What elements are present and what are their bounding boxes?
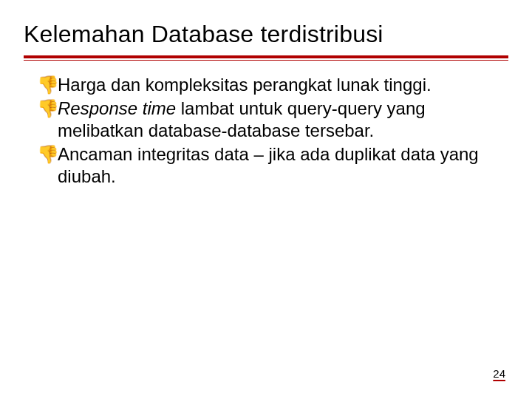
title-rule [0, 55, 532, 61]
slide-title: Kelemahan Database terdistribusi [24, 21, 508, 48]
rule-thick [24, 55, 508, 58]
bullet-item: 👎 Harga dan kompleksitas perangkat lunak… [37, 74, 495, 96]
bullet-item: 👎 Response time lambat untuk query-query… [37, 98, 495, 142]
slide: Kelemahan Database terdistribusi 👎 Harga… [0, 0, 532, 399]
thumbs-down-icon: 👎 [37, 98, 58, 120]
body-area: 👎 Harga dan kompleksitas perangkat lunak… [0, 61, 532, 188]
bullet-text: Ancaman integritas data – jika ada dupli… [58, 143, 495, 188]
thumbs-down-icon: 👎 [37, 143, 58, 166]
bullet-text: Harga dan kompleksitas perangkat lunak t… [58, 74, 432, 96]
bullet-item: 👎 Ancaman integritas data – jika ada dup… [37, 143, 495, 188]
page-number: 24 [493, 367, 505, 380]
bullet-text: Response time lambat untuk query-query y… [58, 98, 495, 142]
italic-span: Response time [58, 98, 176, 118]
title-area: Kelemahan Database terdistribusi [0, 0, 532, 55]
thumbs-down-icon: 👎 [37, 74, 58, 96]
